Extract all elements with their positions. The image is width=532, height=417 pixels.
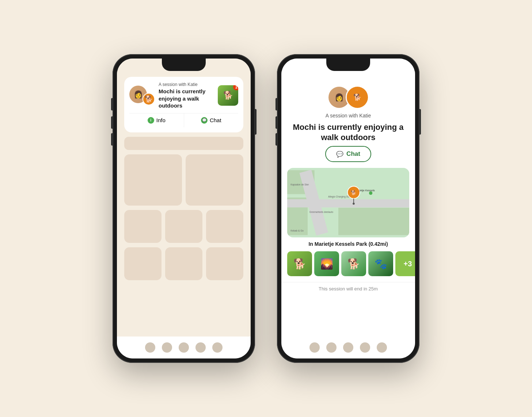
- nav-dot-r-5: [377, 342, 387, 353]
- session-info: A session with Katie Mochi is currently …: [159, 82, 214, 109]
- nav-dot-1: [145, 342, 155, 353]
- avatar-dog-lg: 🐕: [346, 86, 369, 109]
- session-thumb: 🐕 2: [218, 85, 238, 106]
- placeholder-two-col: [124, 154, 243, 206]
- info-icon: i: [148, 117, 154, 124]
- nav-dot-5: [212, 342, 223, 353]
- avatar-group: 👩 🐕: [129, 86, 155, 105]
- placeholder-grid-item-2: [165, 210, 202, 243]
- placeholder-grid-item-1: [124, 210, 162, 243]
- placeholder-grid-2: [124, 247, 243, 280]
- dog-avatar-small: 🐕: [143, 94, 154, 105]
- svg-text:Kebab & Go: Kebab & Go: [290, 229, 304, 232]
- dog-icon-lg: 🐕: [353, 93, 361, 101]
- svg-text:Kapsalon de Ster: Kapsalon de Ster: [290, 183, 309, 186]
- tab-chat-label: Chat: [210, 117, 221, 123]
- map-container: Kapsalon de Ster Allegio Charging Statio…: [287, 168, 409, 237]
- dog-avatar-lg: 🐕: [347, 87, 368, 108]
- nav-dot-r-1: [309, 342, 320, 353]
- photo-item-3[interactable]: 🐕: [341, 251, 366, 276]
- nav-dot-2: [162, 342, 172, 353]
- nav-dot-4: [195, 342, 206, 353]
- placeholder-col-2: [186, 154, 243, 206]
- placeholder-grid-2-item-3: [206, 247, 243, 280]
- svg-text:🐕: 🐕: [351, 190, 357, 196]
- chat-button-icon: 💬: [336, 151, 343, 158]
- session-card: 👩 🐕 A session with Katie Mochi is curren…: [124, 77, 243, 132]
- woman-icon-lg: 👩: [335, 93, 344, 102]
- placeholder-grid-2-item-1: [124, 247, 162, 280]
- chat-button[interactable]: 💬 Chat: [325, 146, 371, 162]
- bottom-nav-right: [281, 337, 415, 358]
- session-end: This session will end in 25m: [281, 282, 415, 295]
- woman-icon: 👩: [134, 90, 143, 99]
- photo-more[interactable]: +3: [395, 251, 415, 276]
- photo-item-1[interactable]: 🐕: [287, 251, 312, 276]
- avatar-pet: 🐕: [142, 93, 155, 105]
- nav-dot-r-4: [360, 342, 370, 353]
- svg-rect-3: [338, 208, 409, 235]
- svg-text:Jetje Kessels: Jetje Kessels: [359, 189, 375, 192]
- svg-rect-5: [287, 199, 409, 207]
- tab-info[interactable]: i Info: [129, 113, 184, 127]
- placeholder-grid-1: [124, 210, 243, 243]
- dog-icon: 🐕: [145, 95, 153, 103]
- placeholder-grid-item-3: [206, 210, 243, 243]
- avatars-row: 👩 🐕: [327, 86, 369, 109]
- svg-point-13: [353, 203, 355, 205]
- photo-item-2[interactable]: 🌄: [314, 251, 339, 276]
- session-header-title: Mochi is currently enjoying a walk outdo…: [290, 122, 406, 142]
- notch-right: [326, 59, 370, 71]
- tab-chat[interactable]: 💬 Chat: [184, 113, 239, 127]
- phone-right: 👩 🐕 A session with Katie Mochi is curren…: [277, 54, 419, 363]
- nav-dot-r-3: [343, 342, 353, 353]
- photo-grid: 🐕 🌄 🐕 🐾 +3: [281, 248, 415, 279]
- placeholder-row-1: [124, 137, 243, 150]
- placeholder-grid-2-item-2: [165, 247, 202, 280]
- location-text: In Marietje Kessels Park (0.42mi): [281, 237, 415, 248]
- map-svg: Kapsalon de Ster Allegio Charging Statio…: [287, 168, 409, 237]
- notch-left: [162, 59, 206, 71]
- photo-item-4[interactable]: 🐾: [368, 251, 393, 276]
- chat-button-label: Chat: [346, 150, 360, 158]
- tab-info-label: Info: [156, 117, 166, 123]
- session-title: Mochi is currently enjoying a walk outdo…: [159, 88, 214, 109]
- placeholder-col-1: [124, 154, 182, 206]
- bottom-nav-left: [117, 337, 251, 358]
- session-header: 👩 🐕 A session with Katie Mochi is curren…: [281, 78, 415, 168]
- session-subtitle: A session with Katie: [159, 82, 214, 87]
- svg-text:Greenwheels deelauto: Greenwheels deelauto: [309, 211, 334, 213]
- nav-dot-r-2: [326, 342, 337, 353]
- phone-left: 👩 🐕 A session with Katie Mochi is curren…: [113, 54, 255, 363]
- svg-point-15: [369, 191, 372, 195]
- nav-dot-3: [179, 342, 189, 353]
- chat-icon: 💬: [201, 117, 208, 124]
- session-tabs: i Info 💬 Chat: [129, 113, 238, 127]
- session-header-subtitle: A session with Katie: [326, 113, 371, 119]
